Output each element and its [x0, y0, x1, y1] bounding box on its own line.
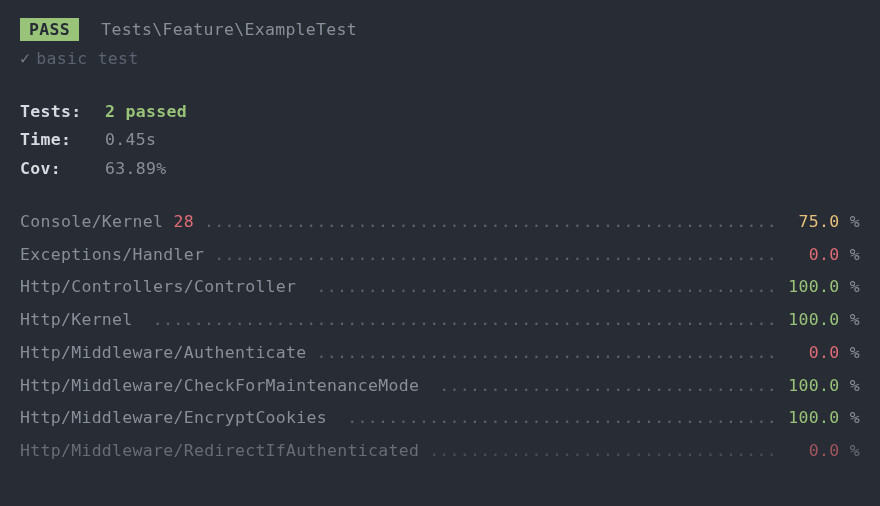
coverage-path: Http/Middleware/CheckForMaintenanceMode — [20, 374, 429, 399]
coverage-percent: 0.0 % — [782, 243, 860, 268]
coverage-row: Console/Kernel 28.......................… — [20, 210, 860, 235]
summary-time-label: Time: — [20, 128, 105, 153]
test-result-line: PASS Tests\Feature\ExampleTest — [20, 18, 860, 43]
coverage-percent: 100.0 % — [782, 374, 860, 399]
coverage-path: Http/Middleware/Authenticate — [20, 341, 307, 366]
pass-badge: PASS — [20, 18, 79, 41]
summary-block: Tests: 2 passed Time: 0.45s Cov: 63.89% — [20, 100, 860, 182]
summary-cov-label: Cov: — [20, 157, 105, 182]
coverage-list: Console/Kernel 28.......................… — [20, 210, 860, 464]
coverage-row: Http/Middleware/EncryptCookies .........… — [20, 406, 860, 431]
summary-time: Time: 0.45s — [20, 128, 860, 153]
coverage-percent: 100.0 % — [782, 275, 860, 300]
coverage-path: Http/Controllers/Controller — [20, 275, 307, 300]
coverage-path: Exceptions/Handler — [20, 243, 204, 268]
test-case-line: ✓basic test — [20, 47, 860, 72]
summary-cov: Cov: 63.89% — [20, 157, 860, 182]
coverage-path: Http/Middleware/EncryptCookies — [20, 406, 337, 431]
coverage-row: Http/Kernel ............................… — [20, 308, 860, 333]
coverage-dots: ........................................… — [439, 374, 777, 399]
coverage-path: Console/Kernel — [20, 210, 163, 235]
coverage-line-number: 28 — [163, 210, 194, 235]
coverage-dots: ........................................… — [214, 243, 777, 268]
coverage-percent: 100.0 % — [782, 308, 860, 333]
test-name: basic test — [36, 49, 138, 68]
coverage-row: Http/Middleware/CheckForMaintenanceMode … — [20, 374, 860, 399]
coverage-dots: ........................................… — [204, 210, 778, 235]
coverage-row: Http/Middleware/RedirectIfAuthenticated.… — [20, 439, 860, 464]
coverage-row: Http/Middleware/Authenticate............… — [20, 341, 860, 366]
summary-time-value: 0.45s — [105, 128, 156, 153]
coverage-percent: 100.0 % — [782, 406, 860, 431]
coverage-dots: ........................................… — [153, 308, 778, 333]
coverage-row: Exceptions/Handler......................… — [20, 243, 860, 268]
summary-tests-label: Tests: — [20, 100, 105, 125]
check-icon: ✓ — [20, 49, 30, 68]
coverage-percent: 0.0 % — [782, 439, 860, 464]
summary-tests-value: 2 passed — [105, 100, 187, 125]
summary-cov-value: 63.89% — [105, 157, 166, 182]
summary-tests: Tests: 2 passed — [20, 100, 860, 125]
coverage-percent: 75.0 % — [782, 210, 860, 235]
coverage-path: Http/Middleware/RedirectIfAuthenticated — [20, 439, 419, 464]
coverage-percent: 0.0 % — [782, 341, 860, 366]
test-path: Tests\Feature\ExampleTest — [101, 20, 357, 39]
coverage-row: Http/Controllers/Controller ............… — [20, 275, 860, 300]
coverage-dots: ........................................… — [429, 439, 777, 464]
coverage-dots: ........................................… — [317, 275, 778, 300]
coverage-dots: ........................................… — [347, 406, 777, 431]
coverage-path: Http/Kernel — [20, 308, 143, 333]
coverage-dots: ........................................… — [317, 341, 778, 366]
